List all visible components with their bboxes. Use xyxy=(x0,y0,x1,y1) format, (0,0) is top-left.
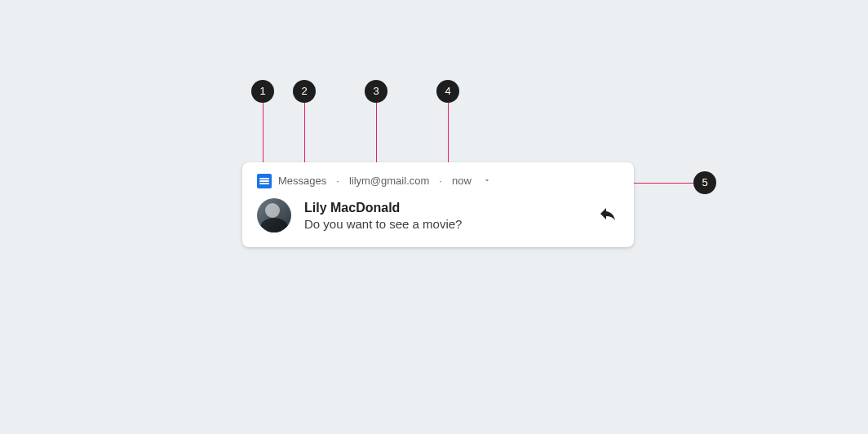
reply-icon xyxy=(598,204,618,227)
message-text: Do you want to see a movie? xyxy=(304,217,596,231)
separator-dot: · xyxy=(336,174,339,188)
annotation-badge-4: 4 xyxy=(436,80,459,103)
chevron-down-icon[interactable] xyxy=(483,176,491,184)
annotation-badge-2: 2 xyxy=(293,80,316,103)
account-label: lilym@gmail.com xyxy=(349,174,429,188)
annotation-connector xyxy=(263,103,264,166)
separator-dot: · xyxy=(439,174,442,188)
timestamp-label: now xyxy=(452,174,472,188)
notification-card[interactable]: Messages · lilym@gmail.com · now Lily Ma… xyxy=(242,162,634,247)
annotation-badge-3: 3 xyxy=(365,80,388,103)
app-icon xyxy=(257,174,272,188)
reply-button[interactable] xyxy=(596,204,619,227)
app-name: Messages xyxy=(278,174,326,188)
notification-body: Lily MacDonald Do you want to see a movi… xyxy=(257,198,619,232)
avatar xyxy=(257,198,291,232)
annotation-badge-1: 1 xyxy=(251,80,274,103)
notification-header: Messages · lilym@gmail.com · now xyxy=(257,174,619,188)
sender-name: Lily MacDonald xyxy=(304,201,596,215)
annotation-connector xyxy=(448,103,449,171)
annotation-connector xyxy=(304,103,305,171)
annotation-badge-5: 5 xyxy=(693,171,716,194)
annotation-connector xyxy=(376,103,377,171)
